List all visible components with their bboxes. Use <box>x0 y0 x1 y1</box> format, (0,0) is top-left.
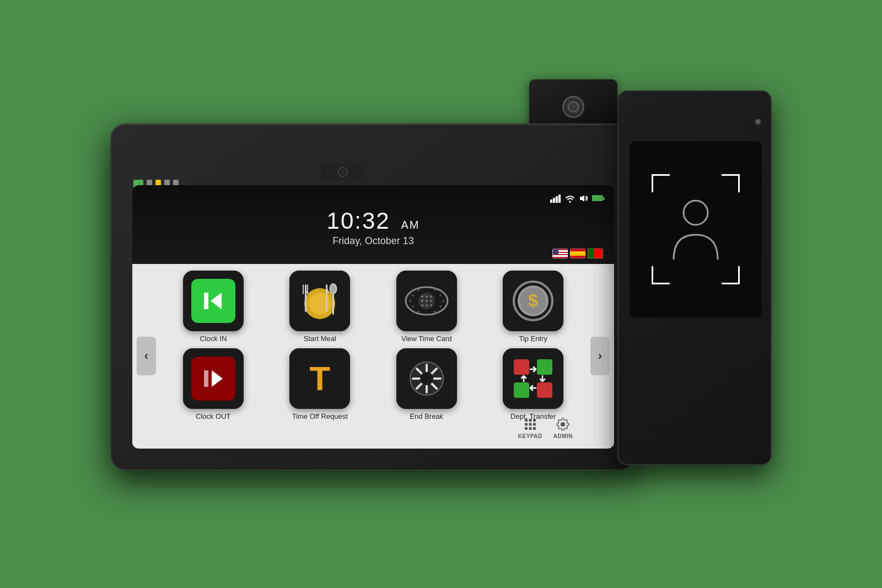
end-break-label: End Break <box>410 412 443 420</box>
nav-prev-button[interactable]: ‹ <box>137 337 156 375</box>
signal-icon <box>550 194 561 203</box>
device: 10:32 AM Friday, October 13 ‹ <box>110 79 772 509</box>
language-flags[interactable] <box>552 249 603 258</box>
svg-point-29 <box>409 300 411 302</box>
time-off-label: Time Off Request <box>292 412 348 420</box>
secondary-led <box>755 119 761 125</box>
keypad-button[interactable]: KEYPAD <box>518 417 542 439</box>
clock-out-arrow-icon <box>200 365 227 392</box>
dept-transfer-icon <box>508 354 558 403</box>
svg-rect-54 <box>537 382 552 398</box>
keypad-icon <box>523 417 538 432</box>
svg-point-31 <box>412 305 414 308</box>
svg-rect-7 <box>204 293 208 309</box>
camera-lens <box>338 167 348 177</box>
svg-point-26 <box>421 304 423 306</box>
tip-icon: $ <box>508 276 558 326</box>
clock-in-icon-box <box>183 271 244 331</box>
camera-module <box>321 164 365 180</box>
clock-out-app[interactable]: Clock OUT <box>163 348 264 420</box>
svg-rect-60 <box>533 423 536 425</box>
svg-marker-6 <box>211 293 222 309</box>
svg-text:$: $ <box>528 290 538 310</box>
svg-point-37 <box>417 311 420 313</box>
view-time-card-icon-box <box>396 271 457 331</box>
end-break-app[interactable]: End Break <box>376 348 477 420</box>
svg-rect-63 <box>533 427 536 430</box>
face-recognition-screen <box>630 141 762 317</box>
svg-rect-61 <box>525 427 528 430</box>
dept-transfer-app[interactable]: Dept. Transfer <box>483 348 584 420</box>
admin-gear-icon <box>556 418 569 431</box>
secondary-panel <box>617 90 772 465</box>
svg-rect-51 <box>514 359 529 375</box>
view-time-card-app[interactable]: View Time Card <box>376 271 477 343</box>
nav-next-button[interactable]: › <box>590 337 610 375</box>
svg-rect-57 <box>533 419 536 422</box>
app-grid: Clock IN <box>163 271 584 414</box>
svg-point-22 <box>430 295 432 298</box>
main-tablet: 10:32 AM Friday, October 13 ‹ <box>110 123 634 471</box>
svg-rect-59 <box>529 423 531 425</box>
svg-point-27 <box>426 304 428 306</box>
timecard-icon <box>402 276 451 326</box>
time-off-request-app[interactable]: T Time Off Request <box>270 348 371 420</box>
time-display: 10:32 AM <box>327 208 420 234</box>
flag-pt[interactable] <box>588 249 603 258</box>
face-frame-corners <box>652 174 740 284</box>
tip-entry-app[interactable]: $ Tip Entry <box>483 271 584 343</box>
keypad-grid-icon <box>524 418 537 431</box>
view-time-card-label: View Time Card <box>401 335 452 343</box>
wifi-icon <box>564 194 576 203</box>
end-break-icon <box>402 354 451 403</box>
svg-rect-3 <box>558 195 561 203</box>
svg-rect-1 <box>553 198 555 203</box>
start-meal-app[interactable]: Start Meal <box>270 271 371 343</box>
battery-icon <box>592 195 603 201</box>
volume-icon <box>579 194 589 203</box>
clock-out-icon-box <box>183 348 244 409</box>
svg-rect-13 <box>305 292 308 293</box>
svg-point-50 <box>420 372 433 385</box>
t-symbol-icon: T <box>309 359 330 398</box>
clock-in-app[interactable]: Clock IN <box>163 271 264 343</box>
svg-point-34 <box>439 305 442 308</box>
status-icons <box>550 194 603 203</box>
admin-button[interactable]: ADMIN <box>553 417 573 439</box>
svg-rect-2 <box>556 196 558 203</box>
svg-rect-11 <box>303 284 304 294</box>
svg-rect-53 <box>514 382 529 398</box>
svg-rect-10 <box>305 284 306 312</box>
flag-us[interactable] <box>552 249 568 258</box>
dept-transfer-icon-box <box>503 348 563 409</box>
svg-rect-58 <box>525 423 528 425</box>
svg-point-25 <box>430 300 432 302</box>
svg-point-16 <box>331 284 336 293</box>
svg-point-21 <box>426 295 428 298</box>
flag-es[interactable] <box>570 249 585 258</box>
svg-point-30 <box>412 294 414 296</box>
fingerprint-sensor <box>562 96 584 118</box>
svg-point-38 <box>434 311 436 313</box>
svg-rect-55 <box>525 419 528 422</box>
end-break-icon-box <box>396 348 457 409</box>
svg-point-4 <box>569 201 571 202</box>
start-meal-label: Start Meal <box>304 335 336 343</box>
svg-rect-62 <box>529 427 531 430</box>
svg-point-33 <box>439 294 442 296</box>
face-frame <box>652 174 740 284</box>
app-grid-area: ‹ <box>132 264 614 449</box>
svg-rect-52 <box>537 359 552 375</box>
svg-point-35 <box>417 289 420 291</box>
admin-label: ADMIN <box>553 433 573 439</box>
keypad-label: KEYPAD <box>518 433 542 439</box>
svg-point-20 <box>421 295 423 298</box>
svg-rect-56 <box>529 419 531 422</box>
time-off-icon-box: T <box>289 348 350 409</box>
svg-rect-43 <box>204 370 208 387</box>
svg-rect-0 <box>550 199 552 203</box>
svg-point-23 <box>421 300 423 302</box>
svg-marker-5 <box>580 195 584 202</box>
meal-icon <box>295 276 345 326</box>
svg-marker-44 <box>212 370 223 387</box>
